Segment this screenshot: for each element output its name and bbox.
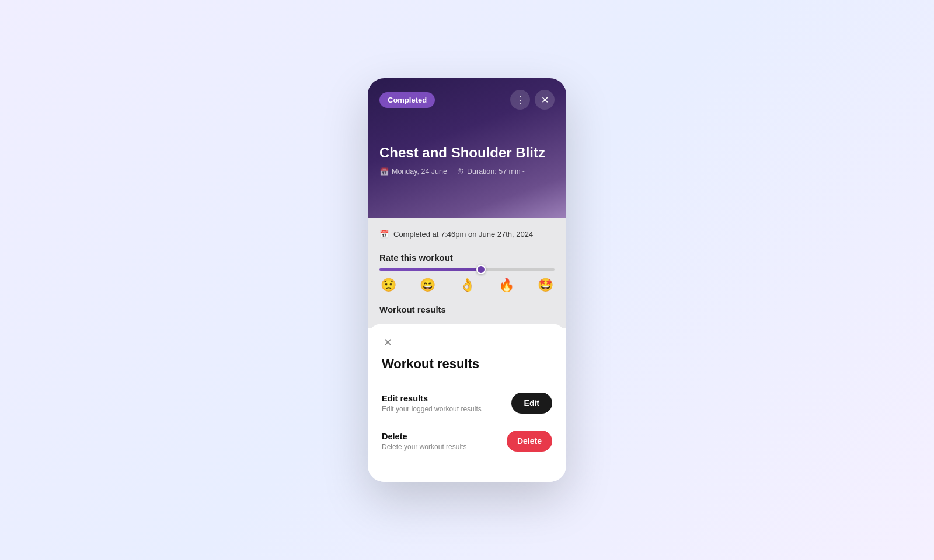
slider-thumb bbox=[476, 265, 486, 274]
rate-label: Rate this workout bbox=[379, 253, 555, 262]
phone-container: Completed ⋮ ✕ Chest and Shoulder Blitz 📅… bbox=[368, 78, 566, 482]
emoji-4[interactable]: 🔥 bbox=[499, 278, 514, 293]
edit-results-text-group: Edit results Edit your logged workout re… bbox=[382, 394, 482, 413]
close-icon: ✕ bbox=[541, 94, 549, 106]
header-top-row: Completed ⋮ ✕ bbox=[379, 90, 555, 110]
modal-close-button[interactable]: ✕ bbox=[379, 334, 396, 351]
delete-button[interactable]: Delete bbox=[507, 430, 552, 452]
workout-card: 📅 Completed at 7:46pm on June 27th, 2024… bbox=[368, 218, 566, 328]
delete-row: Delete Delete your workout results Delet… bbox=[382, 424, 552, 459]
emoji-5[interactable]: 🤩 bbox=[538, 278, 553, 293]
workout-title: Chest and Shoulder Blitz bbox=[379, 145, 555, 162]
timer-icon: ⏱ bbox=[456, 167, 464, 176]
more-options-button[interactable]: ⋮ bbox=[510, 90, 530, 110]
calendar-icon: 📅 bbox=[379, 167, 389, 176]
bottom-modal: ✕ Workout results Edit results Edit your… bbox=[368, 324, 566, 482]
emoji-3[interactable]: 👌 bbox=[459, 278, 475, 293]
rating-slider[interactable] bbox=[379, 268, 555, 271]
edit-results-row: Edit results Edit your logged workout re… bbox=[382, 386, 552, 421]
edit-button[interactable]: Edit bbox=[511, 393, 552, 414]
completed-badge: Completed bbox=[379, 92, 435, 108]
duration-label: Duration: 57 min~ bbox=[467, 167, 525, 176]
emoji-row: 😟 😄 👌 🔥 🤩 bbox=[379, 278, 555, 293]
delete-text-group: Delete Delete your workout results bbox=[382, 432, 466, 451]
edit-results-subtitle: Edit your logged workout results bbox=[382, 405, 482, 413]
duration-meta: ⏱ Duration: 57 min~ bbox=[456, 167, 525, 176]
workout-results-section-label: Workout results bbox=[379, 304, 555, 314]
workout-header: Completed ⋮ ✕ Chest and Shoulder Blitz 📅… bbox=[368, 78, 566, 218]
emoji-1[interactable]: 😟 bbox=[381, 278, 396, 293]
date-label: Monday, 24 June bbox=[392, 167, 447, 176]
slider-track bbox=[379, 268, 555, 271]
completed-at-row: 📅 Completed at 7:46pm on June 27th, 2024 bbox=[379, 230, 555, 239]
date-meta: 📅 Monday, 24 June bbox=[379, 167, 447, 176]
close-header-button[interactable]: ✕ bbox=[535, 90, 555, 110]
modal-title: Workout results bbox=[382, 356, 552, 372]
delete-subtitle: Delete your workout results bbox=[382, 443, 466, 451]
emoji-2[interactable]: 😄 bbox=[420, 278, 435, 293]
slider-fill bbox=[379, 268, 481, 271]
header-actions: ⋮ ✕ bbox=[510, 90, 555, 110]
modal-close-icon: ✕ bbox=[384, 336, 392, 349]
more-icon: ⋮ bbox=[515, 94, 525, 106]
delete-title: Delete bbox=[382, 432, 466, 441]
completed-at-text: Completed at 7:46pm on June 27th, 2024 bbox=[393, 230, 533, 239]
edit-results-title: Edit results bbox=[382, 394, 482, 403]
workout-meta: 📅 Monday, 24 June ⏱ Duration: 57 min~ bbox=[379, 167, 555, 176]
completed-at-calendar-icon: 📅 bbox=[379, 230, 389, 239]
